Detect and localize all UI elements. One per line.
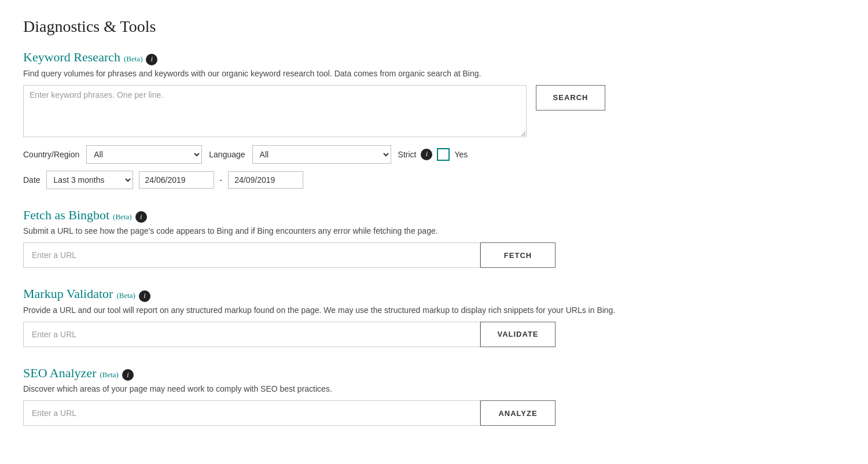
fetch-bingbot-info-icon[interactable]: i <box>135 211 147 223</box>
markup-validator-url-input[interactable] <box>23 322 480 347</box>
strict-row: Strict i Yes <box>398 148 468 161</box>
seo-analyzer-url-input[interactable] <box>23 400 480 426</box>
keyword-research-info-icon[interactable]: i <box>146 54 157 65</box>
fetch-button[interactable]: FETCH <box>480 242 556 268</box>
strict-info-icon[interactable]: i <box>421 149 432 160</box>
markup-validator-beta: (Beta) <box>116 291 135 300</box>
language-select[interactable]: All <box>252 145 391 164</box>
country-region-label: Country/Region <box>23 150 79 159</box>
fetch-bingbot-description: Submit a URL to see how the page's code … <box>23 226 845 235</box>
yes-label: Yes <box>454 150 468 159</box>
markup-validator-header: Markup Validator (Beta) i <box>23 286 845 302</box>
seo-analyzer-beta: (Beta) <box>100 370 118 380</box>
markup-validator-description: Provide a URL and our tool will report o… <box>23 305 845 315</box>
seo-analyzer-url-row: ANALYZE <box>23 400 845 426</box>
seo-analyzer-description: Discover which areas of your page may ne… <box>23 384 845 393</box>
date-from-input[interactable] <box>139 171 214 189</box>
markup-validator-url-row: VALIDATE <box>23 322 845 347</box>
keyword-research-description: Find query volumes for phrases and keywo… <box>23 69 845 78</box>
keyword-research-title: Keyword Research <box>23 50 120 65</box>
country-region-select[interactable]: All <box>86 145 202 164</box>
date-separator: - <box>220 175 223 185</box>
seo-analyzer-title: SEO Analyzer <box>23 366 96 381</box>
fetch-bingbot-header: Fetch as Bingbot (Beta) i <box>23 208 845 223</box>
fetch-bingbot-url-input[interactable] <box>23 242 480 268</box>
keyword-textarea[interactable] <box>23 85 527 137</box>
keyword-input-row: SEARCH <box>23 85 845 137</box>
fetch-bingbot-url-row: FETCH <box>23 242 845 268</box>
keyword-research-section: Keyword Research (Beta) i Find query vol… <box>23 50 845 189</box>
date-to-input[interactable] <box>228 171 303 189</box>
page-title: Diagnostics & Tools <box>23 17 845 36</box>
search-button[interactable]: SEARCH <box>536 85 605 111</box>
markup-validator-title: Markup Validator <box>23 286 113 301</box>
keyword-research-beta: (Beta) <box>124 54 142 64</box>
date-range-select[interactable]: Last 3 months Last 6 months Last 12 mont… <box>46 171 133 189</box>
date-row: Date Last 3 months Last 6 months Last 12… <box>23 171 845 189</box>
fetch-bingbot-section: Fetch as Bingbot (Beta) i Submit a URL t… <box>23 208 845 268</box>
language-label: Language <box>209 150 245 159</box>
seo-analyzer-header: SEO Analyzer (Beta) i <box>23 366 845 381</box>
markup-validator-info-icon[interactable]: i <box>139 290 150 302</box>
markup-validator-section: Markup Validator (Beta) i Provide a URL … <box>23 286 845 347</box>
fetch-bingbot-title: Fetch as Bingbot <box>23 208 109 223</box>
controls-row: Country/Region All Language All Strict i… <box>23 145 845 164</box>
strict-label: Strict <box>398 150 417 159</box>
strict-checkbox[interactable] <box>437 148 450 161</box>
seo-analyzer-section: SEO Analyzer (Beta) i Discover which are… <box>23 366 845 426</box>
fetch-bingbot-beta: (Beta) <box>113 212 131 222</box>
date-label: Date <box>23 175 41 185</box>
keyword-research-header: Keyword Research (Beta) i <box>23 50 845 65</box>
analyze-button[interactable]: ANALYZE <box>480 400 556 426</box>
seo-analyzer-info-icon[interactable]: i <box>122 369 134 381</box>
validate-button[interactable]: VALIDATE <box>480 322 556 347</box>
